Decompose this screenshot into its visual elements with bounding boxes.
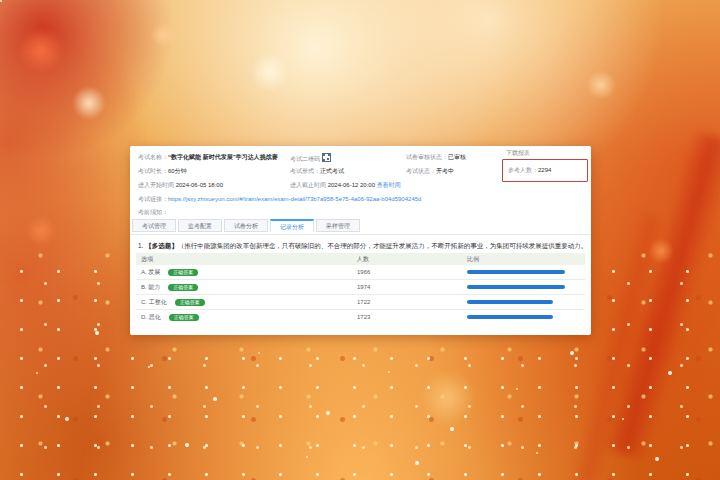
view-time-link[interactable]: 查看时间 bbox=[377, 182, 401, 188]
toolbar-link-label[interactable]: 下载报表 bbox=[506, 150, 530, 156]
option-label: D. 思化 bbox=[141, 310, 161, 324]
exam-link-field: 考试链接：https://jsxy.zhixueyun.com/#/train/… bbox=[138, 195, 421, 203]
exam-status-field: 考试状态：开考中 bbox=[406, 167, 454, 175]
duration-label: 考试时长： bbox=[138, 168, 168, 174]
tab-paper-analysis[interactable]: 试卷分析 bbox=[224, 219, 268, 232]
table-row-option-b: B. 能力 正确答案 1974 bbox=[136, 280, 585, 295]
tab-sample-manage[interactable]: 采样管理 bbox=[316, 219, 360, 232]
exam-qr-label: 考试二维码 bbox=[290, 156, 320, 162]
participants-value: 2294 bbox=[538, 167, 551, 173]
exam-status-label: 考试状态： bbox=[406, 168, 436, 174]
header-ratio: 比例 bbox=[467, 253, 585, 265]
tab-proctor-config[interactable]: 监考配置 bbox=[178, 219, 222, 232]
option-count: 1722 bbox=[357, 295, 467, 309]
correct-answer-badge: 正确答案 bbox=[175, 299, 205, 306]
notice-label: 考前须知： bbox=[138, 209, 168, 215]
question-number: 1. bbox=[138, 242, 143, 249]
mode-value: 正式考试 bbox=[320, 168, 344, 174]
ratio-bar bbox=[467, 315, 553, 319]
question-title: 1. 【多选题】（推行中能源集团的改革创新理念，只有破除旧的、不合理的部分，才能… bbox=[138, 242, 584, 251]
qr-code-icon[interactable] bbox=[322, 153, 331, 162]
table-row-option-c: C. 工整化 正确答案 1722 bbox=[136, 295, 585, 310]
tab-record-analysis[interactable]: 记录分析 bbox=[270, 219, 314, 232]
table-header-row: 选项 人数 比例 bbox=[136, 253, 585, 265]
ratio-bar bbox=[467, 270, 565, 274]
exam-qr-field: 考试二维码 bbox=[290, 153, 331, 163]
correct-answer-badge: 正确答案 bbox=[168, 269, 198, 276]
exam-detail-window: 考试名称：“数字化赋能 新时代发展”学习达人挑战赛 考试二维码 试卷审核状态：已… bbox=[130, 146, 591, 335]
participants-label: 参考人数： bbox=[508, 167, 538, 173]
header-option: 选项 bbox=[136, 253, 357, 265]
exam-status-value: 开考中 bbox=[436, 168, 454, 174]
end-time-label: 进入截止时间 bbox=[290, 182, 326, 188]
correct-answer-badge: 正确答案 bbox=[168, 284, 198, 291]
end-time-field: 进入截止时间 2024-06-12 20:00 查看时间 bbox=[290, 181, 401, 189]
correct-answer-badge: 正确答案 bbox=[169, 314, 199, 321]
mode-field: 考试形式：正式考试 bbox=[290, 167, 344, 175]
option-count: 1974 bbox=[357, 280, 467, 294]
ratio-bar bbox=[467, 300, 553, 304]
option-label: A. 发展 bbox=[141, 265, 160, 279]
exam-name-field: 考试名称：“数字化赋能 新时代发展”学习达人挑战赛 bbox=[138, 153, 278, 161]
table-row-option-a: A. 发展 正确答案 1966 bbox=[136, 265, 585, 280]
tab-exam-manage[interactable]: 考试管理 bbox=[132, 219, 176, 232]
exam-name-value: “数字化赋能 新时代发展”学习达人挑战赛 bbox=[168, 154, 278, 160]
review-status-label: 试卷审核状态： bbox=[406, 154, 448, 160]
start-time-value: 2024-06-05 18:00 bbox=[176, 182, 223, 188]
notice-field: 考前须知： bbox=[138, 208, 168, 216]
exam-name-label: 考试名称： bbox=[138, 154, 168, 160]
option-label: B. 能力 bbox=[141, 280, 160, 294]
review-status-value: 已审核 bbox=[448, 154, 466, 160]
question-type-tag: 【多选题】 bbox=[145, 242, 178, 249]
duration-field: 考试时长：60分钟 bbox=[138, 167, 187, 175]
tab-bar: 考试管理 监考配置 试卷分析 记录分析 采样管理 bbox=[130, 218, 591, 235]
option-count: 1966 bbox=[357, 265, 467, 279]
start-time-field: 进入开始时间 2024-06-05 18:00 bbox=[138, 181, 223, 189]
question-text: （推行中能源集团的改革创新理念，只有破除旧的、不合理的部分，才能提升发展活力，不… bbox=[178, 242, 584, 249]
option-label: C. 工整化 bbox=[141, 295, 167, 309]
review-status-field: 试卷审核状态：已审核 bbox=[406, 153, 466, 161]
toolbar-link[interactable]: 下载报表 bbox=[506, 149, 530, 157]
ratio-bar bbox=[467, 285, 565, 289]
start-time-label: 进入开始时间 bbox=[138, 182, 174, 188]
mode-label: 考试形式： bbox=[290, 168, 320, 174]
header-count: 人数 bbox=[357, 253, 467, 265]
option-count: 1723 bbox=[357, 310, 467, 324]
options-table: 选项 人数 比例 A. 发展 正确答案 1966 B. 能力 正确答案 1974… bbox=[136, 253, 585, 324]
exam-link-url[interactable]: https://jsxy.zhixueyun.com/#/train/exam/… bbox=[168, 196, 421, 202]
exam-link-label: 考试链接： bbox=[138, 196, 168, 202]
duration-value: 60分钟 bbox=[168, 168, 187, 174]
table-row-option-d: D. 思化 正确答案 1723 bbox=[136, 310, 585, 324]
end-time-value: 2024-06-12 20:00 bbox=[328, 182, 375, 188]
participants-field: 参考人数：2294 bbox=[508, 166, 551, 174]
